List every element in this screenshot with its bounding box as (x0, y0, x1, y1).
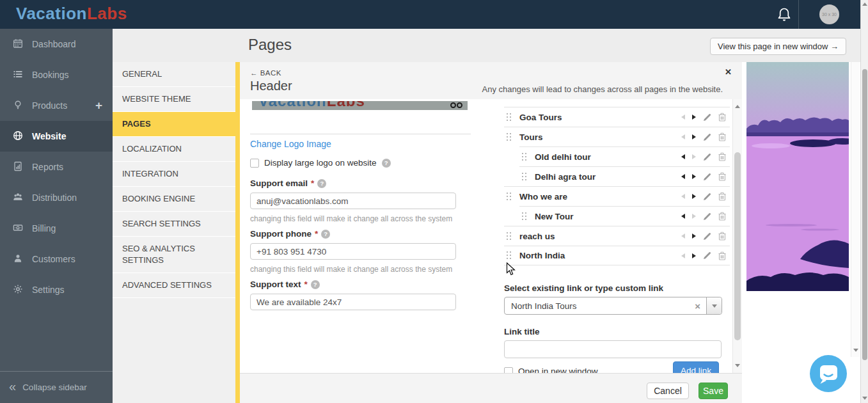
scroll-down-icon[interactable] (862, 397, 867, 400)
link-title-input[interactable] (504, 340, 722, 358)
indent-arrow-icon[interactable] (692, 194, 696, 199)
back-link[interactable]: ← BACK (250, 69, 281, 77)
avatar-placeholder-text: 30 x 30 (822, 12, 837, 17)
sidebar-item-customers[interactable]: Customers (0, 244, 113, 274)
sidebar-item-billing[interactable]: Billing (0, 213, 113, 244)
settings-menu-item-advanced-settings[interactable]: ADVANCED SETTINGS (113, 273, 237, 298)
outdent-arrow-icon[interactable] (681, 154, 685, 159)
delete-trash-icon[interactable] (718, 232, 726, 241)
indent-arrow-icon[interactable] (692, 115, 696, 120)
people-icon (13, 192, 23, 204)
settings-menu-item-search-settings[interactable]: SEARCH SETTINGS (113, 212, 237, 237)
edit-pencil-icon[interactable] (703, 173, 711, 181)
sidebar-item-label: Settings (32, 285, 65, 295)
edit-pencil-icon[interactable] (703, 153, 711, 161)
menu-tree-row: Tours (504, 127, 730, 146)
drag-handle-icon[interactable] (507, 133, 511, 141)
modal-footer: Cancel Save (240, 373, 742, 403)
indent-arrow-icon[interactable] (692, 233, 696, 239)
save-button[interactable]: Save (698, 383, 728, 399)
scroll-up-icon[interactable] (735, 105, 740, 108)
edit-pencil-icon[interactable] (703, 113, 711, 122)
gear-icon (13, 284, 23, 296)
drag-handle-icon[interactable] (522, 212, 526, 221)
user-avatar[interactable]: 30 x 30 (819, 4, 839, 24)
browser-scrollbar-thumb[interactable] (862, 69, 867, 360)
settings-menu-item-localization[interactable]: LOCALIZATION (113, 137, 237, 162)
cancel-button[interactable]: Cancel (647, 383, 689, 399)
settings-menu-item-website-theme[interactable]: WEBSITE THEME (113, 87, 237, 112)
edit-pencil-icon[interactable] (703, 232, 711, 241)
sidebar-item-dashboard[interactable]: Dashboard (0, 29, 113, 59)
notifications-bell-icon[interactable] (777, 6, 792, 23)
sidebar-item-distribution[interactable]: Distribution (0, 182, 113, 213)
clear-selection-icon[interactable]: × (695, 301, 700, 312)
outdent-arrow-icon[interactable] (681, 174, 685, 179)
add-product-plus-icon[interactable]: + (95, 99, 102, 113)
support-text-label-row: Support text * ? (250, 280, 320, 289)
indent-arrow-icon[interactable] (692, 154, 696, 159)
outdent-arrow-icon[interactable] (681, 253, 685, 258)
display-large-logo-checkbox[interactable] (250, 159, 259, 168)
support-phone-input[interactable] (250, 243, 456, 260)
delete-trash-icon[interactable] (718, 172, 726, 181)
support-text-input[interactable] (250, 294, 456, 310)
outdent-arrow-icon[interactable] (681, 134, 685, 139)
drag-handle-icon[interactable] (507, 193, 511, 201)
preview-scroll-down-icon[interactable] (853, 349, 858, 352)
settings-menu-item-booking-engine[interactable]: BOOKING ENGINE (113, 187, 237, 212)
settings-menu-item-pages[interactable]: PAGES (113, 112, 237, 137)
view-page-new-window-button[interactable]: View this page in new window → (710, 38, 846, 55)
edit-pencil-icon[interactable] (703, 212, 711, 221)
help-icon[interactable]: ? (382, 159, 391, 168)
calendar-icon (13, 38, 23, 51)
outdent-arrow-icon[interactable] (681, 214, 685, 219)
scroll-down-icon[interactable] (735, 364, 740, 367)
settings-menu-item-integration[interactable]: INTEGRATION (113, 162, 237, 187)
delete-trash-icon[interactable] (718, 212, 726, 221)
vacationlabs-logo[interactable]: VacationLabs (16, 4, 127, 24)
open-new-window-checkbox[interactable] (504, 367, 513, 374)
drag-handle-icon[interactable] (507, 251, 511, 260)
drag-handle-icon[interactable] (507, 113, 511, 122)
sidebar-item-settings[interactable]: Settings (0, 274, 113, 305)
delete-trash-icon[interactable] (718, 251, 726, 260)
help-icon[interactable]: ? (321, 230, 330, 239)
scroll-up-icon[interactable] (862, 3, 867, 6)
existing-link-select[interactable]: North India Tours × (504, 297, 722, 315)
support-email-input[interactable] (250, 193, 456, 209)
change-logo-link[interactable]: Change Logo Image (250, 139, 331, 149)
chat-widget-button[interactable] (810, 355, 847, 392)
outdent-arrow-icon[interactable] (681, 233, 685, 239)
outdent-arrow-icon[interactable] (681, 115, 685, 120)
close-icon[interactable]: ✕ (725, 67, 732, 77)
preview-scrollbar[interactable] (851, 62, 860, 357)
help-icon[interactable]: ? (311, 280, 320, 289)
edit-pencil-icon[interactable] (703, 133, 711, 141)
select-dropdown-button[interactable] (706, 297, 722, 314)
modal-scrollbar-thumb[interactable] (734, 152, 741, 340)
delete-trash-icon[interactable] (718, 132, 726, 141)
sidebar-item-reports[interactable]: Reports (0, 152, 113, 182)
indent-arrow-icon[interactable] (692, 253, 696, 258)
settings-menu-item-seo-analytics[interactable]: SEO & ANALYTICS SETTINGS (113, 237, 237, 273)
edit-pencil-icon[interactable] (703, 193, 711, 201)
indent-arrow-icon[interactable] (692, 214, 696, 219)
add-link-button[interactable]: Add link (673, 361, 719, 373)
sidebar-item-website[interactable]: Website (0, 121, 113, 152)
delete-trash-icon[interactable] (718, 113, 726, 122)
indent-arrow-icon[interactable] (692, 174, 696, 179)
drag-handle-icon[interactable] (522, 153, 526, 161)
settings-menu-item-general[interactable]: GENERAL (113, 62, 237, 87)
outdent-arrow-icon[interactable] (681, 194, 685, 199)
delete-trash-icon[interactable] (718, 192, 726, 201)
edit-pencil-icon[interactable] (703, 251, 711, 260)
drag-handle-icon[interactable] (522, 173, 526, 181)
collapse-sidebar-button[interactable]: « Collapse sidebar (0, 371, 113, 403)
sidebar-item-bookings[interactable]: Bookings (0, 59, 113, 90)
help-icon[interactable]: ? (317, 179, 326, 188)
indent-arrow-icon[interactable] (692, 134, 696, 139)
delete-trash-icon[interactable] (718, 152, 726, 161)
sidebar-item-products[interactable]: Products + (0, 90, 113, 121)
drag-handle-icon[interactable] (507, 232, 511, 241)
